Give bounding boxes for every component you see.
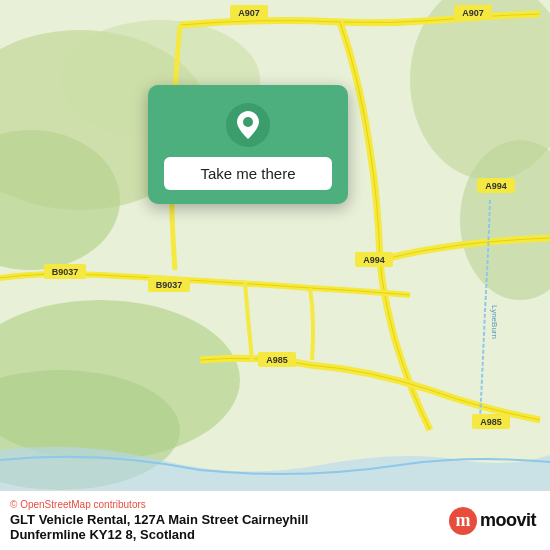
location-label: GLT Vehicle Rental, 127A Main Street Cai…: [10, 512, 308, 542]
moovit-text: moovit: [480, 510, 536, 531]
osm-link[interactable]: © OpenStreetMap contributors: [10, 499, 146, 510]
svg-text:A985: A985: [480, 417, 502, 427]
svg-text:A985: A985: [266, 355, 288, 365]
svg-text:A907: A907: [238, 8, 260, 18]
svg-text:A994: A994: [363, 255, 385, 265]
moovit-logo: m moovit: [449, 507, 536, 535]
svg-text:B9037: B9037: [156, 280, 183, 290]
popup-card: Take me there: [148, 85, 348, 204]
moovit-icon: m: [449, 507, 477, 535]
svg-point-26: [243, 117, 253, 127]
map-container: A907 A907 A994 A994 B9037 B9037 A985 A98…: [0, 0, 550, 490]
bottom-text: © OpenStreetMap contributors GLT Vehicle…: [10, 499, 308, 542]
map-svg: A907 A907 A994 A994 B9037 B9037 A985 A98…: [0, 0, 550, 490]
location-pin-icon: [226, 103, 270, 147]
svg-text:B9037: B9037: [52, 267, 79, 277]
location-line2: Dunfermline KY12 8, Scotland: [10, 527, 195, 542]
svg-text:A994: A994: [485, 181, 507, 191]
svg-text:A907: A907: [462, 8, 484, 18]
svg-text:LyneBurn: LyneBurn: [490, 305, 499, 339]
take-me-there-button[interactable]: Take me there: [164, 157, 332, 190]
bottom-bar: © OpenStreetMap contributors GLT Vehicle…: [0, 490, 550, 550]
osm-credit: © OpenStreetMap contributors: [10, 499, 308, 510]
location-line1: GLT Vehicle Rental, 127A Main Street Cai…: [10, 512, 308, 527]
